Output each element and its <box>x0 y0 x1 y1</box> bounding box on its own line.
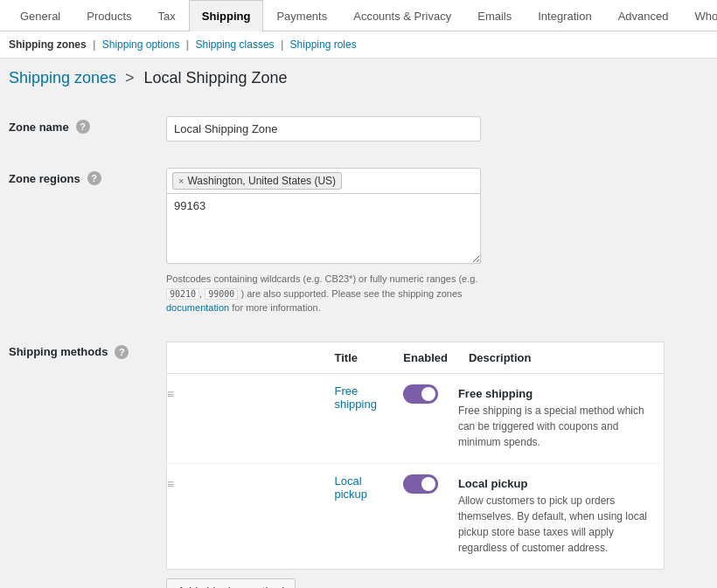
zone-regions-help-icon[interactable]: ? <box>87 171 101 185</box>
zone-regions-tags: × Washington, United States (US) <box>166 168 481 194</box>
subnav-link-classes[interactable]: Shipping classes <box>196 38 275 51</box>
subnav-sep1: | <box>93 38 95 51</box>
drag-handle-icon[interactable]: ≡ <box>167 477 174 491</box>
shipping-methods-row: Shipping methods ? Title Enabled Descrip… <box>9 329 708 589</box>
zone-regions-row: Zone regions ? × Washington, United Stat… <box>9 155 708 329</box>
methods-header-row: Title Enabled Description <box>167 342 665 373</box>
sub-nav: Shipping zones | Shipping options | Ship… <box>0 31 717 59</box>
tab-advanced[interactable]: Advanced <box>605 0 682 31</box>
local-pickup-toggle[interactable] <box>403 474 438 494</box>
zone-name-input[interactable] <box>166 116 481 142</box>
subnav-current: Shipping zones <box>9 38 87 51</box>
postcode-doc-link[interactable]: documentation <box>166 302 229 313</box>
subnav-sep3: | <box>281 38 283 51</box>
local-pickup-desc-text: Allow customers to pick up orders themse… <box>458 493 664 556</box>
tab-payments[interactable]: Payments <box>263 0 340 31</box>
zone-name-help-icon[interactable]: ? <box>76 120 90 134</box>
breadcrumb-parent-link[interactable]: Shipping zones <box>9 69 116 86</box>
subnav-sep2: | <box>186 38 189 51</box>
free-shipping-desc-text: Free shipping is a special method which … <box>458 403 664 450</box>
zone-name-label: Zone name <box>9 121 69 134</box>
tab-shipping[interactable]: Shipping <box>189 0 264 31</box>
subnav-link-roles[interactable]: Shipping roles <box>290 38 357 51</box>
free-shipping-toggle[interactable] <box>403 384 438 404</box>
tab-tax[interactable]: Tax <box>145 0 189 31</box>
methods-header-enabled: Enabled <box>393 342 458 373</box>
methods-header-description: Description <box>458 342 665 373</box>
main-content: Zone name ? Zone regions ? × <box>0 94 717 588</box>
postcode-hint: Postcodes containing wildcards (e.g. CB2… <box>166 272 481 315</box>
local-pickup-slider <box>403 474 438 494</box>
postcode-example2: 99000 <box>205 288 238 300</box>
breadcrumb-separator: > <box>125 69 139 86</box>
zone-regions-wrapper: × Washington, United States (US) 99163 <box>166 168 481 266</box>
tag-label: Washington, United States (US) <box>187 175 336 187</box>
methods-header-drag <box>167 342 324 373</box>
postcode-example1: 90210 <box>166 288 199 300</box>
tab-accounts-privacy[interactable]: Accounts & Privacy <box>340 0 464 31</box>
add-shipping-method-button[interactable]: Add shipping method <box>166 578 296 589</box>
zone-regions-label: Zone regions <box>9 172 80 185</box>
table-row: ≡ Local pickup <box>167 463 665 569</box>
shipping-methods-help-icon[interactable]: ? <box>115 345 129 359</box>
shipping-methods-label: Shipping methods <box>9 345 108 358</box>
local-pickup-desc-title: Local pickup <box>458 477 664 490</box>
free-shipping-desc-title: Free shipping <box>458 387 664 400</box>
tab-emails[interactable]: Emails <box>464 0 525 31</box>
subnav-link-options[interactable]: Shipping options <box>102 38 180 51</box>
tag-remove-icon[interactable]: × <box>178 176 184 186</box>
method-local-pickup-link[interactable]: Local pickup <box>335 474 368 501</box>
methods-table: Title Enabled Description ≡ <box>166 342 665 570</box>
tab-products[interactable]: Products <box>73 0 144 31</box>
table-row: ≡ Free shipping <box>167 373 665 463</box>
breadcrumb: Shipping zones > Local Shipping Zone <box>0 59 717 94</box>
drag-handle-icon[interactable]: ≡ <box>167 387 174 401</box>
method-free-shipping-link[interactable]: Free shipping <box>335 384 377 411</box>
postcode-textarea[interactable]: 99163 <box>166 194 481 264</box>
tab-wholesale[interactable]: Wholesale <box>682 0 718 31</box>
tab-general[interactable]: General <box>7 0 73 31</box>
zone-region-tag: × Washington, United States (US) <box>172 172 342 190</box>
form-table: Zone name ? Zone regions ? × <box>9 103 708 588</box>
methods-container: Title Enabled Description ≡ <box>166 342 665 589</box>
breadcrumb-current: Local Shipping Zone <box>144 69 288 86</box>
zone-name-row: Zone name ? <box>9 103 708 155</box>
nav-tabs: General Products Tax Shipping Payments A… <box>0 0 717 31</box>
methods-header-title: Title <box>324 342 393 373</box>
tab-integration[interactable]: Integration <box>525 0 604 31</box>
free-shipping-slider <box>403 384 438 404</box>
